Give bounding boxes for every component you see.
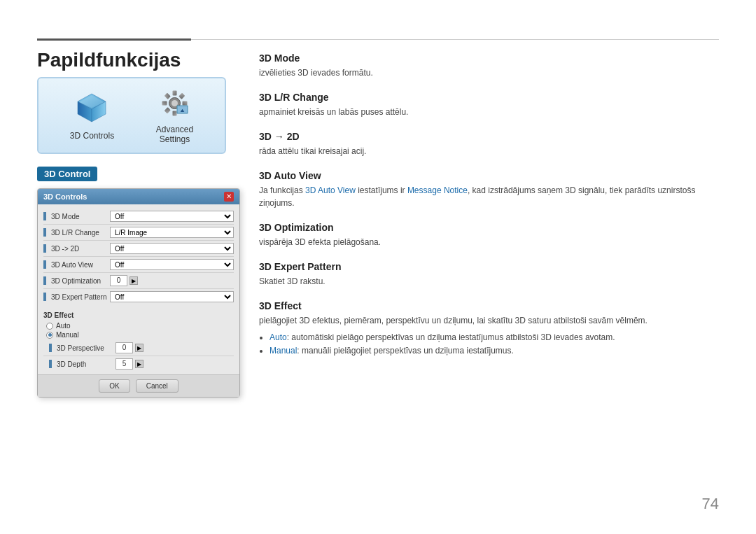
- tray-item-3d-controls-label: 3D Controls: [70, 131, 114, 141]
- row-label-3d-lr-change: 3D L/R Change: [43, 228, 110, 237]
- text-3d-mode: izvēlieties 3D ievades formātu.: [259, 66, 719, 79]
- row-value-3d-to-2d[interactable]: Off: [110, 243, 234, 254]
- 3d-mode-select[interactable]: Off: [110, 211, 234, 222]
- text-3d-effect-main: pielāgojiet 3D efektus, piemēram, perspe…: [259, 314, 719, 327]
- 3d-optimization-arrow[interactable]: ▶: [130, 276, 138, 285]
- dialog-close-button[interactable]: ✕: [224, 192, 234, 202]
- dialog-row-3d-expert-pattern: 3D Expert Pattern Off: [43, 289, 234, 304]
- link-3d-auto-view[interactable]: 3D Auto View: [305, 185, 356, 195]
- text-3d-auto-view: Ja funkcijas 3D Auto View iestatījums ir…: [259, 184, 719, 209]
- 3d-auto-view-select[interactable]: Off: [110, 259, 234, 270]
- svg-rect-12: [162, 101, 167, 105]
- row-value-3d-lr-change[interactable]: L/R Image: [110, 227, 234, 238]
- row-bar: [43, 260, 46, 269]
- heading-3d-lr-change: 3D L/R Change: [259, 92, 719, 103]
- content-section-3d-effect: 3D Effect pielāgojiet 3D efektus, piemēr…: [259, 300, 719, 358]
- page-number: 74: [702, 495, 719, 513]
- row-label-3d-mode: 3D Mode: [43, 212, 110, 220]
- dialog-titlebar: 3D Controls ✕: [38, 189, 239, 204]
- link-message-notice[interactable]: Message Notice: [407, 185, 468, 195]
- 3d-expert-pattern-select[interactable]: Off: [110, 291, 234, 302]
- 3d-depth-arrow[interactable]: ▶: [135, 360, 144, 368]
- 3d-lr-change-select[interactable]: L/R Image: [110, 227, 234, 238]
- svg-rect-6: [172, 90, 176, 95]
- section-label-3d-control: 3D Control: [37, 167, 97, 181]
- row-label-3d-perspective: 3D Perspective: [49, 344, 115, 352]
- row-bar: [43, 212, 46, 220]
- link-auto[interactable]: Auto: [270, 332, 287, 342]
- 3d-perspective-arrow[interactable]: ▶: [135, 344, 144, 352]
- content-section-3d-auto-view: 3D Auto View Ja funkcijas 3D Auto View i…: [259, 170, 719, 209]
- svg-rect-10: [172, 111, 176, 115]
- row-value-3d-expert-pattern[interactable]: Off: [110, 291, 234, 302]
- bullet-manual: Manual: manuāli pielāgojiet perspektīvas…: [270, 344, 719, 358]
- content-section-3d-expert-pattern: 3D Expert Pattern Skatiet 3D rakstu.: [259, 261, 719, 288]
- dialog-row-3d-optimization: 3D Optimization 0 ▶: [43, 273, 234, 289]
- row-label-3d-expert-pattern: 3D Expert Pattern: [43, 293, 110, 301]
- row-value-3d-auto-view[interactable]: Off: [110, 259, 234, 270]
- content-section-3d-lr-change: 3D L/R Change apmainiet kreisās un labās…: [259, 92, 719, 118]
- text-3d-lr-change: apmainiet kreisās un labās puses attēlu.: [259, 106, 719, 118]
- dialog-cancel-button[interactable]: Cancel: [136, 379, 178, 393]
- heading-3d-expert-pattern: 3D Expert Pattern: [259, 261, 719, 272]
- 3d-cube-icon: [74, 90, 109, 125]
- heading-3d-mode: 3D Mode: [259, 52, 719, 64]
- link-manual[interactable]: Manual: [270, 346, 297, 356]
- content-section-3d-optimization: 3D Optimization vispārēja 3D efekta piel…: [259, 222, 719, 248]
- row-value-3d-perspective[interactable]: 0 ▶: [115, 342, 234, 353]
- heading-3d-to-2d: 3D → 2D: [259, 131, 719, 142]
- dialog-row-3d-auto-view: 3D Auto View Off: [43, 257, 234, 273]
- content-section-3d-to-2d: 3D → 2D rāda attēlu tikai kreisajai acij…: [259, 131, 719, 157]
- dialog-row-3d-to-2d: 3D -> 2D Off: [43, 241, 234, 257]
- 3d-to-2d-select[interactable]: Off: [110, 243, 234, 254]
- content-section-3d-mode: 3D Mode izvēlieties 3D ievades formātu.: [259, 52, 719, 79]
- dialog-body: 3D Mode Off 3D L/R Change L/R Image: [38, 204, 239, 309]
- dialog-title: 3D Controls: [43, 192, 87, 201]
- row-label-3d-auto-view: 3D Auto View: [43, 260, 110, 269]
- row-value-3d-optimization[interactable]: 0 ▶: [110, 275, 234, 286]
- tray-item-3d-controls[interactable]: 3D Controls: [70, 90, 114, 141]
- radio-manual[interactable]: [46, 332, 53, 339]
- radio-row-manual[interactable]: Manual: [43, 331, 234, 339]
- top-line-light: [191, 39, 719, 40]
- row-value-3d-mode[interactable]: Off: [110, 211, 234, 222]
- dialog-row-3d-perspective: 3D Perspective 0 ▶: [43, 340, 234, 356]
- row-label-3d-depth: 3D Depth: [49, 360, 115, 368]
- 3d-effect-section: 3D Effect Auto Manual 3D Perspective 0 ▶: [38, 309, 239, 374]
- svg-rect-8: [182, 101, 187, 105]
- icon-tray: 3D Controls: [37, 77, 226, 154]
- 3d-controls-dialog: 3D Controls ✕ 3D Mode Off 3D: [37, 188, 240, 398]
- 3d-perspective-value: 0: [115, 342, 133, 353]
- row-bar: [43, 293, 46, 301]
- dialog-footer: OK Cancel: [38, 374, 239, 397]
- left-column: 3D Controls: [37, 38, 240, 398]
- heading-3d-optimization: 3D Optimization: [259, 222, 719, 233]
- svg-rect-11: [164, 107, 171, 113]
- row-bar: [49, 360, 52, 368]
- text-3d-expert-pattern: Skatiet 3D rakstu.: [259, 275, 719, 288]
- row-bar: [43, 228, 46, 237]
- text-3d-optimization: vispārēja 3D efekta pielāgošana.: [259, 236, 719, 248]
- svg-rect-13: [164, 92, 171, 99]
- 3d-effect-bullet-list: Auto: automātiski pielāgo perspektīvas u…: [259, 331, 719, 358]
- dialog-ok-button[interactable]: OK: [99, 379, 130, 393]
- 3d-effect-title: 3D Effect: [43, 311, 234, 319]
- svg-rect-7: [178, 92, 185, 99]
- row-value-3d-depth[interactable]: 5 ▶: [115, 358, 234, 370]
- text-3d-to-2d: rāda attēlu tikai kreisajai acij.: [259, 145, 719, 157]
- radio-auto[interactable]: [46, 323, 53, 330]
- row-bar: [43, 276, 46, 285]
- row-label-3d-optimization: 3D Optimization: [43, 276, 110, 285]
- row-bar: [49, 344, 52, 352]
- svg-point-5: [172, 100, 178, 106]
- 3d-depth-value: 5: [115, 358, 133, 370]
- gear-settings-icon: [159, 87, 190, 119]
- row-label-3d-to-2d: 3D -> 2D: [43, 244, 110, 253]
- row-bar: [43, 244, 46, 253]
- tray-item-advanced-settings-label: AdvancedSettings: [156, 125, 193, 144]
- dialog-row-3d-lr-change: 3D L/R Change L/R Image: [43, 225, 234, 241]
- radio-row-auto[interactable]: Auto: [43, 322, 234, 330]
- dialog-row-3d-mode: 3D Mode Off: [43, 209, 234, 225]
- tray-item-advanced-settings[interactable]: AdvancedSettings: [156, 87, 193, 144]
- 3d-optimization-value: 0: [110, 275, 127, 286]
